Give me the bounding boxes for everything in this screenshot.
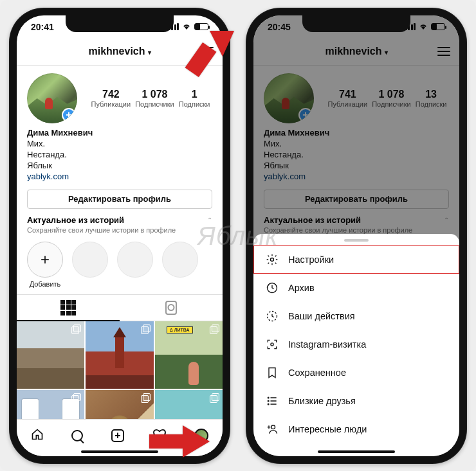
- clock-icon: [265, 281, 279, 295]
- highlight-add[interactable]: + Добавить: [27, 242, 63, 288]
- highlight-placeholder: [72, 242, 108, 278]
- highlights-row: + Добавить: [17, 239, 223, 289]
- phone-left: 20:41 mikhnevich▾ +: [9, 8, 230, 464]
- comparison-canvas: Яблык 20:41 mikhnevich▾: [0, 0, 476, 471]
- bookmark-icon: [265, 366, 279, 380]
- tab-grid[interactable]: [17, 295, 120, 321]
- status-time: 20:41: [31, 22, 54, 32]
- highlights-subtitle: Сохраняйте свои лучшие истории в профиле: [17, 225, 223, 239]
- username-switcher[interactable]: mikhnevich▾: [88, 46, 151, 57]
- menu-item-settings[interactable]: Настройки: [253, 245, 459, 274]
- tagged-icon: [165, 301, 177, 315]
- list-icon: [265, 394, 279, 408]
- menu-item-discover[interactable]: Интересные люди: [253, 415, 459, 443]
- nav-add-post[interactable]: +: [111, 429, 124, 442]
- highlight-placeholder: [117, 242, 153, 278]
- photo-cell[interactable]: [86, 390, 153, 419]
- menu-item-archive[interactable]: Архив: [253, 274, 459, 302]
- home-indicator[interactable]: [318, 450, 395, 453]
- nav-search[interactable]: [71, 430, 83, 441]
- add-story-badge[interactable]: +: [62, 108, 76, 122]
- svg-point-14: [271, 425, 275, 429]
- photo-grid: Δ ЛИТВА: [17, 321, 223, 419]
- nav-home[interactable]: [31, 428, 44, 443]
- edit-profile-button[interactable]: Редактировать профиль: [27, 190, 212, 209]
- photo-cell[interactable]: [155, 390, 223, 419]
- menu-item-label: Интересные люди: [288, 424, 367, 434]
- activity-icon: [265, 309, 279, 323]
- bio-link[interactable]: yablyk.com: [27, 171, 212, 182]
- menu-bottom-sheet: Настройки Архив Ваши действия Instagram-…: [253, 234, 459, 456]
- svg-point-4: [271, 258, 274, 261]
- menu-item-label: Настройки: [288, 254, 334, 265]
- carousel-icon: [210, 324, 219, 333]
- menu-item-close-friends[interactable]: Близкие друзья: [253, 387, 459, 415]
- annotation-arrow-bottom: [147, 422, 211, 463]
- bio-line: Нестанда.: [27, 149, 212, 160]
- grid-icon: [60, 300, 76, 315]
- menu-item-label: Архив: [288, 283, 315, 293]
- menu-item-saved[interactable]: Сохраненное: [253, 359, 459, 387]
- chevron-down-icon: ▾: [148, 49, 151, 56]
- highlight-placeholder: [162, 242, 198, 278]
- avatar[interactable]: +: [27, 73, 77, 123]
- menu-item-label: Близкие друзья: [288, 396, 356, 406]
- photo-cell[interactable]: [17, 390, 84, 419]
- carousel-icon: [142, 393, 151, 402]
- notch: [66, 15, 174, 32]
- stat-followers[interactable]: 1 078 Подписчики: [135, 89, 174, 108]
- gear-icon: [265, 253, 279, 267]
- menu-item-label: Ваши действия: [288, 311, 355, 321]
- highlights-title: Актуальное из историй: [27, 215, 124, 225]
- photo-cell[interactable]: Δ ЛИТВА: [155, 321, 223, 389]
- svg-point-7: [271, 342, 273, 345]
- photo-cell[interactable]: [17, 321, 84, 389]
- svg-rect-1: [185, 42, 217, 76]
- carousel-icon: [210, 393, 219, 402]
- menu-item-activity[interactable]: Ваши действия: [253, 302, 459, 330]
- carousel-icon: [72, 393, 81, 402]
- stat-posts[interactable]: 742 Публикации: [91, 89, 131, 108]
- svg-point-8: [268, 397, 269, 398]
- nametag-icon: [265, 337, 279, 351]
- menu-item-nametag[interactable]: Instagram-визитка: [253, 330, 459, 359]
- menu-item-label: Instagram-визитка: [288, 339, 366, 350]
- profile-tabs: [17, 294, 223, 321]
- carousel-icon: [72, 324, 81, 333]
- svg-point-10: [268, 404, 269, 405]
- bio-line: Яблык: [27, 160, 212, 171]
- bio-line: Мих.: [27, 138, 212, 149]
- bio-name: Дима Михневич: [27, 127, 212, 138]
- carousel-icon: [142, 324, 151, 333]
- chevron-up-icon: ⌃: [207, 217, 212, 224]
- add-person-icon: [265, 422, 279, 436]
- phone-right: 20:45 mikhnevich▾ +: [246, 8, 467, 464]
- svg-point-9: [268, 400, 269, 402]
- svg-marker-3: [183, 425, 210, 458]
- screen-right: 20:45 mikhnevich▾ +: [253, 15, 459, 456]
- photo-cell[interactable]: [86, 321, 153, 389]
- highlight-add-label: Добавить: [27, 280, 63, 288]
- sheet-grab-handle[interactable]: [344, 239, 369, 242]
- bio-block: Дима Михневич Мих. Нестанда. Яблык yably…: [17, 127, 223, 187]
- stat-following[interactable]: 1 Подписки: [179, 89, 210, 108]
- menu-item-label: Сохраненное: [288, 368, 346, 378]
- tab-tagged[interactable]: [120, 295, 223, 321]
- notch: [302, 15, 410, 32]
- annotation-arrow-top: [178, 26, 235, 86]
- highlights-header[interactable]: Актуальное из историй ⌃: [17, 215, 223, 225]
- plus-icon: +: [27, 242, 63, 278]
- svg-rect-2: [149, 434, 185, 449]
